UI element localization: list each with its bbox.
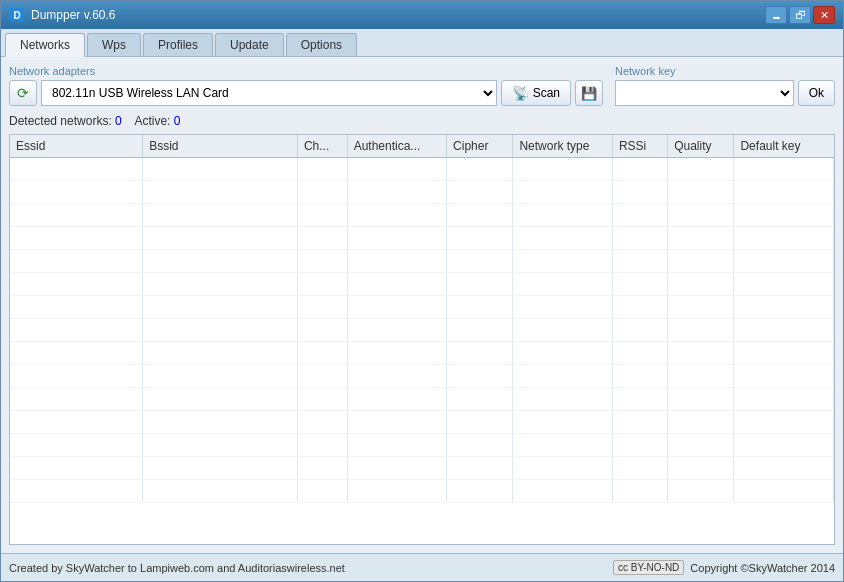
footer-text: Created by SkyWatcher to Lampiweb.com an…	[9, 562, 345, 574]
footer-right: cc BY-NO-ND Copyright ©SkyWatcher 2014	[613, 560, 835, 575]
table-row	[10, 273, 834, 296]
key-section: Network key Ok	[615, 65, 835, 106]
scan-icon: 📡	[512, 85, 529, 101]
key-label: Network key	[615, 65, 835, 77]
minimize-button[interactable]: 🗕	[765, 6, 787, 24]
maximize-button[interactable]: 🗗	[789, 6, 811, 24]
table-row	[10, 342, 834, 365]
adapter-select[interactable]: 802.11n USB Wireless LAN Card	[41, 80, 497, 106]
col-essid: Essid	[10, 135, 143, 158]
table-row	[10, 319, 834, 342]
table-row	[10, 457, 834, 480]
key-row: Ok	[615, 80, 835, 106]
col-cipher: Cipher	[447, 135, 513, 158]
top-controls: Network adapters ⟳ 802.11n USB Wireless …	[9, 65, 835, 106]
tab-bar: NetworksWpsProfilesUpdateOptions	[1, 29, 843, 57]
col-default_key: Default key	[734, 135, 834, 158]
export-button[interactable]: 💾	[575, 80, 603, 106]
adapter-label: Network adapters	[9, 65, 603, 77]
tab-wps[interactable]: Wps	[87, 33, 141, 56]
col-rssi: RSSi	[612, 135, 667, 158]
table-header-row: EssidBssidCh...Authentica...CipherNetwor…	[10, 135, 834, 158]
active-label: Active:	[134, 114, 170, 128]
table-row	[10, 480, 834, 503]
footer-copyright: Copyright ©SkyWatcher 2014	[690, 562, 835, 574]
table-row	[10, 204, 834, 227]
refresh-button[interactable]: ⟳	[9, 80, 37, 106]
col-quality: Quality	[668, 135, 734, 158]
footer: Created by SkyWatcher to Lampiweb.com an…	[1, 553, 843, 581]
networks-table: EssidBssidCh...Authentica...CipherNetwor…	[10, 135, 834, 503]
svg-text:D: D	[13, 10, 20, 21]
col-bssid: Bssid	[143, 135, 298, 158]
table-body	[10, 158, 834, 503]
tab-options[interactable]: Options	[286, 33, 357, 56]
table-header: EssidBssidCh...Authentica...CipherNetwor…	[10, 135, 834, 158]
key-select[interactable]	[615, 80, 794, 106]
table-row	[10, 158, 834, 181]
scan-label: Scan	[533, 86, 560, 100]
ok-button[interactable]: Ok	[798, 80, 835, 106]
tab-update[interactable]: Update	[215, 33, 284, 56]
table-row	[10, 365, 834, 388]
close-button[interactable]: ✕	[813, 6, 835, 24]
table-row	[10, 388, 834, 411]
tab-profiles[interactable]: Profiles	[143, 33, 213, 56]
export-icon: 💾	[581, 86, 597, 101]
window-title: Dumpper v.60.6	[31, 8, 116, 22]
table-row	[10, 181, 834, 204]
table-row	[10, 227, 834, 250]
adapter-section: Network adapters ⟳ 802.11n USB Wireless …	[9, 65, 603, 106]
active-count: 0	[174, 114, 181, 128]
detected-count: 0	[115, 114, 122, 128]
title-bar-left: D Dumpper v.60.6	[9, 7, 116, 23]
col-channel: Ch...	[297, 135, 347, 158]
app-icon: D	[9, 7, 25, 23]
col-network_type: Network type	[513, 135, 612, 158]
networks-table-container: EssidBssidCh...Authentica...CipherNetwor…	[9, 134, 835, 545]
adapter-row: ⟳ 802.11n USB Wireless LAN Card 📡 Scan 💾	[9, 80, 603, 106]
table-row	[10, 296, 834, 319]
refresh-icon: ⟳	[17, 85, 29, 101]
main-window: D Dumpper v.60.6 🗕 🗗 ✕ NetworksWpsProfil…	[0, 0, 844, 582]
window-controls: 🗕 🗗 ✕	[765, 6, 835, 24]
detected-label: Detected networks:	[9, 114, 112, 128]
table-row	[10, 411, 834, 434]
main-content: Network adapters ⟳ 802.11n USB Wireless …	[1, 57, 843, 553]
footer-left: Created by SkyWatcher to Lampiweb.com an…	[9, 562, 345, 574]
tab-networks[interactable]: Networks	[5, 33, 85, 57]
table-row	[10, 250, 834, 273]
scan-button[interactable]: 📡 Scan	[501, 80, 571, 106]
col-authentication: Authentica...	[347, 135, 446, 158]
title-bar: D Dumpper v.60.6 🗕 🗗 ✕	[1, 1, 843, 29]
status-bar: Detected networks: 0 Active: 0	[9, 114, 835, 128]
table-row	[10, 434, 834, 457]
cc-badge: cc BY-NO-ND	[613, 560, 684, 575]
